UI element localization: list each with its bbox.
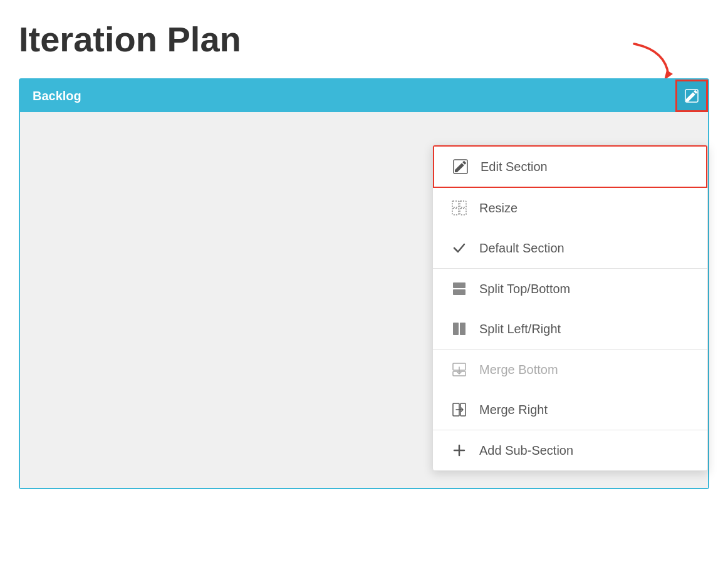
menu-item-add-sub-section[interactable]: Add Sub-Section xyxy=(433,430,707,470)
menu-item-merge-bottom[interactable]: Merge Bottom xyxy=(433,350,707,390)
svg-rect-5 xyxy=(452,209,459,215)
page-title: Iteration Plan xyxy=(0,0,728,72)
merge-right-icon xyxy=(450,401,468,418)
board-body: Edit Section Resize xyxy=(20,112,708,488)
menu-label-resize: Resize xyxy=(479,201,517,215)
split-horizontal-icon xyxy=(450,280,468,298)
check-icon xyxy=(450,239,468,257)
svg-rect-9 xyxy=(453,323,459,335)
menu-label-split-top-bottom: Split Top/Bottom xyxy=(479,282,570,296)
edit-section-button[interactable] xyxy=(675,80,708,112)
menu-label-split-left-right: Split Left/Right xyxy=(479,322,561,336)
menu-item-split-top-bottom[interactable]: Split Top/Bottom xyxy=(433,269,707,309)
edit-square-icon xyxy=(684,88,699,103)
menu-label-edit-section: Edit Section xyxy=(481,160,548,174)
menu-label-merge-bottom: Merge Bottom xyxy=(479,363,558,377)
resize-icon xyxy=(450,199,468,217)
menu-item-resize[interactable]: Resize xyxy=(433,188,707,228)
svg-rect-3 xyxy=(452,201,459,207)
board-header: Backlog xyxy=(20,80,708,112)
menu-label-default-section: Default Section xyxy=(479,241,564,256)
board-container: Backlog Edit Section xyxy=(19,78,709,489)
split-vertical-icon xyxy=(450,320,468,338)
menu-label-merge-right: Merge Right xyxy=(479,403,548,417)
svg-rect-8 xyxy=(453,289,465,295)
edit-icon xyxy=(452,158,469,175)
menu-item-default-section[interactable]: Default Section xyxy=(433,228,707,268)
menu-label-add-sub-section: Add Sub-Section xyxy=(479,443,573,458)
svg-rect-7 xyxy=(453,282,465,288)
board-header-title: Backlog xyxy=(33,89,81,103)
merge-bottom-icon xyxy=(450,361,468,378)
svg-rect-6 xyxy=(460,209,466,215)
menu-item-split-left-right[interactable]: Split Left/Right xyxy=(433,309,707,349)
svg-rect-4 xyxy=(460,201,466,207)
svg-rect-10 xyxy=(460,323,465,335)
menu-item-merge-right[interactable]: Merge Right xyxy=(433,390,707,430)
context-menu: Edit Section Resize xyxy=(432,145,708,471)
menu-item-edit-section[interactable]: Edit Section xyxy=(433,145,707,188)
plus-icon xyxy=(450,442,468,459)
